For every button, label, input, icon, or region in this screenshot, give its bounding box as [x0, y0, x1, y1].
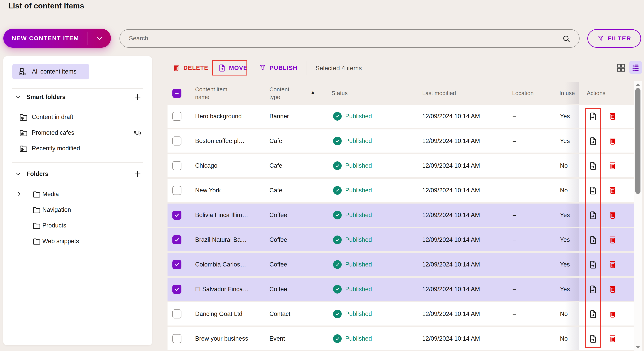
- smart-folders-header[interactable]: Smart folders: [15, 94, 66, 101]
- add-smart-folder-button[interactable]: [133, 93, 142, 101]
- delete-item-icon[interactable]: [608, 161, 617, 170]
- row-checkbox[interactable]: [172, 186, 182, 195]
- publish-button[interactable]: PUBLISH: [258, 62, 298, 73]
- new-content-item-button[interactable]: NEW CONTENT ITEM: [3, 29, 111, 48]
- add-folder-button[interactable]: [133, 170, 142, 178]
- row-checkbox[interactable]: [172, 112, 182, 121]
- move-item-icon[interactable]: [589, 260, 597, 269]
- table-row[interactable]: Bolivia Finca Illim… Coffee Published 12…: [168, 204, 634, 227]
- search-bar[interactable]: [120, 29, 580, 48]
- sidebar-item-content-in-draft[interactable]: Content in draft: [3, 111, 152, 124]
- row-checkbox[interactable]: [172, 285, 182, 294]
- select-all-checkbox[interactable]: [172, 89, 182, 98]
- row-checkbox[interactable]: [172, 309, 182, 318]
- scroll-down-arrow[interactable]: [636, 346, 640, 349]
- table-row[interactable]: Colombia Carlos… Coffee Published 12/09/…: [168, 253, 634, 276]
- chevron-right-icon[interactable]: [16, 191, 22, 197]
- sidebar: All content items Smart folders Content …: [3, 56, 152, 345]
- move-item-icon[interactable]: [589, 161, 597, 170]
- sidebar-folder-navigation[interactable]: Navigation: [3, 203, 152, 216]
- table-row[interactable]: Brew your business Event Published 12/09…: [168, 327, 634, 350]
- delete-item-icon[interactable]: [608, 310, 617, 318]
- column-header-last-modified[interactable]: Last modified: [422, 89, 456, 97]
- folders-header[interactable]: Folders: [15, 170, 48, 177]
- delete-button[interactable]: DELETE: [172, 62, 208, 73]
- new-content-item-label[interactable]: NEW CONTENT ITEM: [3, 29, 88, 48]
- filter-button[interactable]: FILTER: [588, 29, 641, 48]
- move-item-icon[interactable]: [589, 137, 597, 145]
- row-checkbox[interactable]: [172, 235, 182, 244]
- delete-item-icon[interactable]: [608, 137, 617, 145]
- grid-view-toggle[interactable]: [616, 63, 626, 72]
- content-item-name[interactable]: Bolivia Finca Illim…: [195, 212, 248, 219]
- content-item-name[interactable]: Hero background: [195, 113, 242, 120]
- search-input[interactable]: [120, 35, 579, 42]
- move-item-icon[interactable]: [589, 211, 597, 219]
- row-checkbox[interactable]: [172, 211, 182, 220]
- table-row[interactable]: Brazil Natural Ba… Coffee Published 12/0…: [168, 228, 634, 251]
- column-header-type[interactable]: Content type: [270, 86, 295, 101]
- sidebar-item-all-content-items[interactable]: All content items: [12, 64, 89, 79]
- vertical-scrollbar[interactable]: [634, 81, 642, 351]
- published-check-icon: [333, 137, 342, 145]
- new-content-item-dropdown[interactable]: [88, 29, 111, 48]
- status-label: Published: [345, 137, 372, 145]
- scrollbar-thumb[interactable]: [636, 88, 640, 194]
- content-item-name[interactable]: Chicago: [195, 162, 218, 169]
- delete-item-icon[interactable]: [608, 112, 617, 121]
- column-header-location[interactable]: Location: [512, 89, 534, 97]
- content-item-name[interactable]: Boston coffee pl…: [195, 137, 245, 145]
- in-use: No: [560, 162, 568, 169]
- row-checkbox[interactable]: [172, 334, 182, 343]
- table-row[interactable]: Hero background Banner Published 12/09/2…: [168, 105, 634, 128]
- move-item-icon[interactable]: [589, 334, 597, 343]
- filter-funnel-icon: [597, 35, 604, 42]
- delete-item-icon[interactable]: [608, 285, 617, 293]
- delete-item-icon[interactable]: [608, 211, 617, 219]
- content-item-name[interactable]: Brew your business: [195, 335, 248, 342]
- content-item-name[interactable]: Colombia Carlos…: [195, 261, 246, 268]
- content-item-name[interactable]: New York: [195, 187, 221, 194]
- delete-item-icon[interactable]: [608, 334, 617, 343]
- move-button[interactable]: MOVE: [218, 62, 248, 73]
- status-badge: Published: [333, 260, 372, 269]
- move-item-icon[interactable]: [589, 285, 597, 293]
- content-item-name[interactable]: Dancing Goat Ltd: [195, 310, 242, 317]
- row-checkbox[interactable]: [172, 137, 182, 146]
- location: –: [513, 187, 516, 194]
- move-item-icon[interactable]: [589, 112, 597, 121]
- chevron-down-icon[interactable]: [15, 94, 21, 100]
- content-type: Cafe: [270, 137, 282, 145]
- sidebar-item-promoted-cafes[interactable]: Promoted cafes: [3, 126, 152, 139]
- column-header-status[interactable]: Status: [332, 89, 348, 97]
- search-icon[interactable]: [562, 35, 570, 43]
- list-view-toggle[interactable]: [629, 61, 642, 74]
- sidebar-folder-products[interactable]: Products: [3, 219, 152, 232]
- content-item-name[interactable]: El Salvador Finca…: [195, 286, 249, 293]
- status-label: Published: [345, 335, 372, 342]
- scroll-up-arrow[interactable]: [636, 83, 640, 86]
- table-row[interactable]: New York Cafe Published 12/09/2024 10:14…: [168, 179, 634, 202]
- table-row[interactable]: Chicago Cafe Published 12/09/2024 10:14 …: [168, 154, 634, 177]
- move-item-icon[interactable]: [589, 310, 597, 318]
- delete-item-icon[interactable]: [608, 235, 617, 244]
- move-item-icon[interactable]: [589, 235, 597, 244]
- content-type: Contact: [270, 310, 290, 317]
- sidebar-folder-web-snippets[interactable]: Web snippets: [3, 235, 152, 248]
- move-item-icon[interactable]: [589, 186, 597, 195]
- sidebar-folder-media[interactable]: Media: [3, 188, 152, 201]
- trash-icon: [172, 64, 180, 72]
- sidebar-item-recently-modified[interactable]: Recently modified: [3, 142, 152, 155]
- content-item-name[interactable]: Brazil Natural Ba…: [195, 236, 247, 243]
- table-row[interactable]: El Salvador Finca… Coffee Published 12/0…: [168, 278, 634, 301]
- chevron-down-icon[interactable]: [15, 171, 21, 177]
- delete-item-icon[interactable]: [608, 260, 617, 269]
- delete-item-icon[interactable]: [608, 186, 617, 195]
- row-checkbox[interactable]: [172, 161, 182, 170]
- sort-ascending-icon[interactable]: ▲: [310, 89, 315, 95]
- table-row[interactable]: Dancing Goat Ltd Contact Published 12/09…: [168, 302, 634, 325]
- column-header-name[interactable]: Content item name: [195, 86, 232, 101]
- column-header-in-use[interactable]: In use: [559, 89, 575, 97]
- row-checkbox[interactable]: [172, 260, 182, 269]
- table-row[interactable]: Boston coffee pl… Cafe Published 12/09/2…: [168, 129, 634, 153]
